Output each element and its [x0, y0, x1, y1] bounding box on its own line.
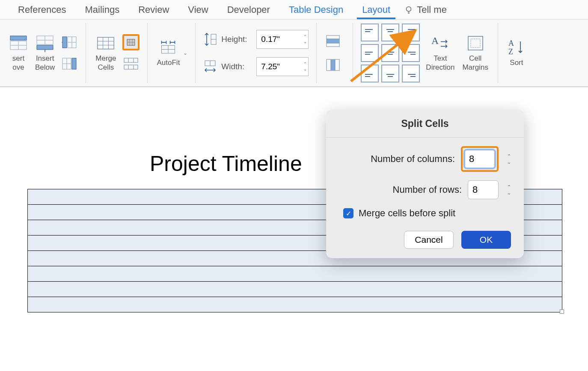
group-sort: AZ Sort	[498, 23, 535, 83]
align-bot-left[interactable]	[361, 65, 379, 82]
table-resize-handle[interactable]	[560, 309, 564, 314]
text-direction-button[interactable]: A Text Direction	[424, 32, 456, 74]
columns-input[interactable]	[464, 150, 495, 168]
align-mid-right[interactable]	[402, 44, 420, 62]
svg-rect-66	[468, 36, 483, 50]
cancel-button[interactable]: Cancel	[404, 231, 454, 249]
group-rows-cols: sert ove Insert Below	[0, 23, 86, 83]
group-cell-size: Height: ⌃⌄ Width: ⌃⌄	[196, 23, 317, 83]
autofit-label: AutoFit	[157, 58, 180, 67]
group-merge: Merge Cells	[86, 23, 147, 83]
tab-table-design[interactable]: Table Design	[279, 1, 353, 19]
insert-below-label: Insert Below	[35, 54, 55, 72]
svg-rect-67	[471, 39, 480, 47]
align-mid-center[interactable]	[381, 44, 399, 62]
cell-margins-button[interactable]: Cell Margins	[460, 32, 490, 74]
tab-layout[interactable]: Layout	[353, 1, 400, 19]
merge-before-label: Merge cells before split	[359, 208, 455, 219]
height-icon	[203, 32, 217, 47]
autofit-button[interactable]: AutoFit	[155, 37, 182, 69]
width-icon	[203, 59, 217, 74]
align-top-center[interactable]	[381, 24, 399, 41]
svg-rect-17	[98, 37, 114, 49]
align-top-left[interactable]	[361, 24, 379, 41]
rows-label: Number of rows:	[393, 184, 462, 195]
svg-rect-40	[327, 39, 339, 43]
split-cells-dialog: Split Cells Number of columns: ⌃⌄ Number…	[326, 109, 524, 258]
insert-right-button[interactable]	[61, 56, 78, 72]
autofit-dropdown-icon[interactable]: ⌄	[183, 50, 187, 56]
group-alignment: A Text Direction Cell Margins	[353, 23, 498, 83]
merge-before-checkbox[interactable]: ✓	[343, 208, 353, 218]
ribbon-tabs: References Mailings Review View Develope…	[0, 0, 588, 20]
dialog-title: Split Cells	[326, 109, 524, 138]
group-distribute	[317, 23, 353, 83]
text-direction-label: Text Direction	[426, 54, 454, 72]
svg-text:Z: Z	[508, 47, 513, 56]
merge-cells-button[interactable]: Merge Cells	[94, 32, 118, 74]
ribbon-toolbar: sert ove Insert Below Merge Cells AutoFi…	[0, 20, 588, 87]
tab-developer[interactable]: Developer	[218, 1, 279, 19]
width-input[interactable]	[256, 57, 309, 76]
insert-above-label: sert ove	[12, 54, 24, 72]
distribute-cols-button[interactable]	[324, 57, 342, 73]
columns-label: Number of columns:	[371, 153, 455, 165]
align-bot-center[interactable]	[381, 65, 399, 82]
insert-below-button[interactable]: Insert Below	[33, 32, 56, 74]
insert-above-button[interactable]: sert ove	[8, 32, 29, 74]
bulb-icon	[404, 5, 413, 15]
width-label: Width:	[221, 62, 252, 71]
svg-rect-44	[331, 59, 335, 71]
svg-rect-8	[37, 45, 53, 50]
rows-input[interactable]	[468, 180, 499, 199]
height-spinner[interactable]: ⌃⌄	[303, 35, 307, 44]
split-table-button[interactable]	[122, 56, 140, 72]
merge-cells-label: Merge Cells	[95, 54, 116, 72]
columns-spinner[interactable]: ⌃⌄	[507, 154, 511, 165]
svg-rect-1	[10, 36, 27, 40]
sort-label: Sort	[510, 58, 523, 67]
sort-button[interactable]: AZ Sort	[506, 37, 527, 69]
split-cells-button[interactable]	[122, 34, 140, 50]
align-mid-left[interactable]	[361, 44, 379, 62]
width-spinner[interactable]: ⌃⌄	[303, 62, 307, 71]
svg-rect-9	[62, 37, 67, 48]
svg-text:A: A	[508, 39, 514, 47]
align-bot-right[interactable]	[402, 65, 420, 82]
rows-spinner[interactable]: ⌃⌄	[507, 185, 511, 195]
svg-text:A: A	[431, 35, 439, 46]
distribute-rows-button[interactable]	[324, 33, 342, 49]
insert-left-button[interactable]	[61, 34, 78, 50]
height-input[interactable]	[256, 30, 309, 49]
tab-view[interactable]: View	[178, 1, 217, 19]
group-autofit: AutoFit ⌄	[148, 23, 196, 83]
svg-rect-16	[72, 58, 76, 69]
tab-review[interactable]: Review	[129, 1, 178, 19]
align-top-right[interactable]	[402, 24, 420, 41]
cell-margins-label: Cell Margins	[462, 54, 488, 72]
tell-me-search[interactable]: Tell me	[417, 1, 456, 19]
svg-point-0	[407, 6, 411, 11]
ok-button[interactable]: OK	[461, 231, 511, 249]
svg-rect-27	[124, 65, 138, 69]
height-label: Height:	[221, 35, 252, 44]
svg-rect-26	[124, 58, 138, 62]
tab-mailings[interactable]: Mailings	[76, 1, 129, 19]
tab-references[interactable]: References	[9, 1, 76, 19]
alignment-grid	[361, 24, 420, 82]
